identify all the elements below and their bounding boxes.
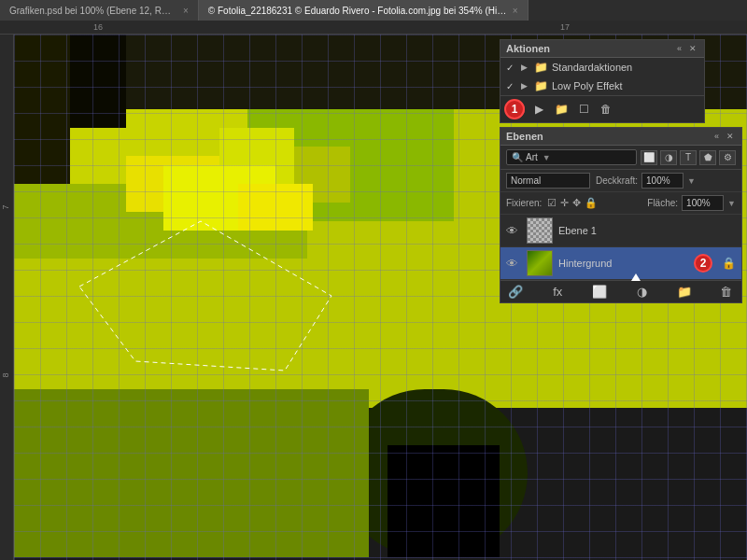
annotation-2: 2 xyxy=(694,254,712,273)
ebenen-close-btn[interactable]: ✕ xyxy=(725,132,736,141)
action-label-standardaktionen: Standardaktionen xyxy=(552,62,632,73)
layer-fx-btn[interactable]: fx xyxy=(548,285,567,299)
svg-rect-11 xyxy=(238,184,313,231)
aktionen-panel-header[interactable]: Aktionen « ✕ xyxy=(500,40,704,58)
ruler-mark-17: 17 xyxy=(560,22,570,32)
add-adjustment-btn[interactable]: ◑ xyxy=(633,285,652,299)
tab-grafiken-label: Grafiken.psd bei 100% (Ebene 12, RGB/8) … xyxy=(9,6,177,16)
opacity-dropdown-icon: ▼ xyxy=(687,176,696,186)
record-button[interactable] xyxy=(506,100,525,119)
blend-mode-row: Normal Deckkraft: ▼ xyxy=(500,170,741,192)
layer-name-hintergrund: Hintergrund xyxy=(558,258,688,269)
svg-rect-9 xyxy=(14,35,70,184)
ruler-mark-7: 7 xyxy=(1,204,10,209)
pixel-filter-btn[interactable]: ⬜ xyxy=(641,150,657,165)
aktionen-header-controls: « ✕ xyxy=(675,44,698,53)
filter-dropdown-icon: ▼ xyxy=(543,153,551,162)
action-folder-icon-2: 📁 xyxy=(534,79,548,92)
blend-select-wrapper: Normal xyxy=(506,173,590,189)
ebenen-panel-header[interactable]: Ebenen « ✕ xyxy=(500,128,741,146)
action-label-lowpoly: Low Poly Effekt xyxy=(552,80,623,91)
svg-rect-13 xyxy=(388,445,500,557)
tab-grafiken[interactable]: Grafiken.psd bei 100% (Ebene 12, RGB/8) … xyxy=(0,0,199,21)
opacity-label: Deckkraft: xyxy=(596,175,638,186)
smart-filter-btn[interactable]: ⚙ xyxy=(719,150,736,165)
ebenen-panel: Ebenen « ✕ 🔍 Art ▼ ⬜ ◑ T ⬟ ⚙ xyxy=(500,127,742,303)
fill-row: Fläche: ▼ xyxy=(647,195,736,211)
action-expand-1[interactable]: ▶ xyxy=(521,63,530,72)
ruler-mark-16: 16 xyxy=(93,22,103,32)
action-expand-2[interactable]: ▶ xyxy=(521,81,530,91)
shape-filter-btn[interactable]: ⬟ xyxy=(699,150,716,165)
layer-lock-hintergrund: 🔒 xyxy=(722,257,736,270)
lock-image-btn[interactable]: ✛ xyxy=(560,197,569,209)
layer-filter-input[interactable]: 🔍 Art ▼ xyxy=(506,149,637,165)
action-check-1: ✓ xyxy=(506,63,517,73)
new-group-btn[interactable]: 📁 xyxy=(675,285,694,299)
aktionen-collapse-btn[interactable]: « xyxy=(675,44,684,53)
add-mask-btn[interactable]: ⬜ xyxy=(590,285,609,299)
ebenen-collapse-btn[interactable]: « xyxy=(712,132,721,141)
aktionen-toolbar: 1 ▶ 📁 ☐ 🗑 xyxy=(500,95,704,122)
fill-dropdown-icon: ▼ xyxy=(727,199,736,208)
action-row-standardaktionen[interactable]: ✓ ▶ 📁 Standardaktionen xyxy=(500,58,704,77)
action-check-2: ✓ xyxy=(506,81,517,91)
tab-bar: Grafiken.psd bei 100% (Ebene 12, RGB/8) … xyxy=(0,0,747,21)
link-layers-btn[interactable]: 🔗 xyxy=(506,285,525,299)
lock-icons: ☑ ✛ ✥ 🔒 xyxy=(547,197,598,209)
ebenen-header-controls: « ✕ xyxy=(712,132,736,141)
new-action-button[interactable]: ☐ xyxy=(575,102,592,117)
action-row-lowpoly[interactable]: ✓ ▶ 📁 Low Poly Effekt xyxy=(500,77,704,95)
aktionen-close-btn[interactable]: ✕ xyxy=(687,44,698,53)
delete-layer-btn[interactable]: 🗑 xyxy=(717,285,736,299)
search-icon: 🔍 xyxy=(512,152,523,162)
aktionen-panel: Aktionen « ✕ ✓ ▶ 📁 Standardaktionen ✓ ▶ … xyxy=(500,39,705,123)
ruler-mark-8: 8 xyxy=(1,372,10,377)
fill-input[interactable] xyxy=(682,195,724,211)
layer-name-ebene1: Ebene 1 xyxy=(558,225,736,236)
layer-visibility-ebene1[interactable]: 👁 xyxy=(506,224,521,238)
panels-container: Aktionen « ✕ ✓ ▶ 📁 Standardaktionen ✓ ▶ … xyxy=(500,39,742,303)
ruler-vertical: 7 8 xyxy=(0,35,14,560)
play-button[interactable]: ▶ xyxy=(530,102,547,117)
delete-action-button[interactable]: 🗑 xyxy=(598,102,614,117)
svg-rect-14 xyxy=(14,389,369,557)
ebenen-panel-title: Ebenen xyxy=(506,131,543,142)
canvas-area[interactable]: 7 8 Aktionen xyxy=(0,35,747,560)
cursor xyxy=(631,273,641,281)
new-set-button[interactable]: 📁 xyxy=(553,102,570,117)
opacity-row: Deckkraft: ▼ xyxy=(596,173,736,189)
lock-position-btn[interactable]: ✥ xyxy=(572,197,581,209)
ebenen-filter-row: 🔍 Art ▼ ⬜ ◑ T ⬟ ⚙ xyxy=(500,146,741,170)
layer-thumb-hintergrund xyxy=(527,250,553,276)
aktionen-panel-title: Aktionen xyxy=(506,43,550,54)
adjust-filter-btn[interactable]: ◑ xyxy=(660,150,677,165)
blend-mode-select[interactable]: Normal xyxy=(506,173,590,189)
layer-item-hintergrund[interactable]: 👁 Hintergrund 2 🔒 xyxy=(500,247,741,280)
lock-row: Fixieren: ☑ ✛ ✥ 🔒 Fläche: ▼ xyxy=(500,192,741,215)
layer-visibility-hintergrund[interactable]: 👁 xyxy=(506,257,521,271)
tab-fotolia-label: © Fotolia_22186231 © Eduardo Rivero - Fo… xyxy=(208,6,507,16)
type-filter-btn[interactable]: T xyxy=(680,150,697,165)
filter-value: Art xyxy=(526,152,538,162)
tab-fotolia-close[interactable]: × xyxy=(513,6,518,16)
layer-thumb-ebene1 xyxy=(527,217,553,244)
filter-icon-buttons: ⬜ ◑ T ⬟ ⚙ xyxy=(641,150,736,165)
layer-item-ebene1[interactable]: 👁 Ebene 1 xyxy=(500,215,741,247)
ebenen-toolbar: 🔗 fx ⬜ ◑ 📁 🗑 xyxy=(500,280,741,302)
tab-grafiken-close[interactable]: × xyxy=(183,6,189,16)
fill-label: Fläche: xyxy=(647,198,678,208)
action-folder-icon-1: 📁 xyxy=(534,61,548,74)
lock-transparent-btn[interactable]: ☑ xyxy=(547,197,557,209)
lock-all-btn[interactable]: 🔒 xyxy=(585,197,598,209)
opacity-input[interactable] xyxy=(641,173,684,189)
tab-fotolia[interactable]: © Fotolia_22186231 © Eduardo Rivero - Fo… xyxy=(199,0,529,21)
ruler-horizontal: 16 17 xyxy=(0,21,747,35)
lock-label: Fixieren: xyxy=(506,198,542,208)
